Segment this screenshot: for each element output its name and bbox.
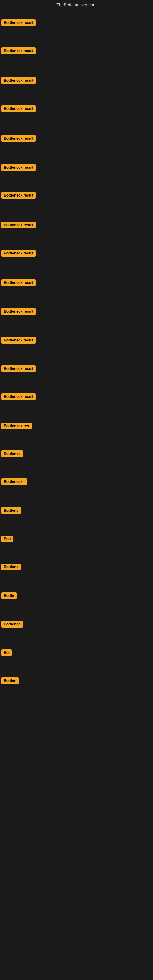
text-cursor [1,851,1,857]
bottleneck-result-row: Bottleneck result [0,335,153,345]
bottleneck-badge[interactable]: Bottleneck result [1,135,36,142]
bottleneck-badge[interactable]: Bottlene [1,563,21,570]
bottleneck-result-row: Bottlene [0,505,153,516]
bottleneck-badge[interactable]: Bottleneck result [1,164,36,171]
bottleneck-result-row: Bottleneck result [0,306,153,317]
bottleneck-badge[interactable]: Bottleneck result [1,222,36,229]
bottleneck-result-row: Bottlenec [0,619,153,629]
bottleneck-badge[interactable]: Bottleneck result [1,365,36,372]
bottleneck-result-row: Bottleneck result [0,248,153,258]
bottleneck-result-row: Bottleneck result [0,162,153,173]
bottleneck-result-row: Bottleneck result [0,190,153,200]
bottleneck-result-row: Bottleneck result [0,364,153,374]
bottleneck-result-row: Bottlenec [0,449,153,459]
bottleneck-result-row: Bottleneck result [0,277,153,288]
bottleneck-result-row: Bottleneck res [0,421,153,431]
bottleneck-badge[interactable]: Bottleneck result [1,393,36,400]
bottleneck-badge[interactable]: Bottlenec [1,621,23,627]
bottleneck-result-row: Bottleneck r [0,477,153,487]
bottleneck-result-row: Bottle [0,590,153,601]
bottleneck-result-row: Bottleneck result [0,103,153,114]
bottleneck-badge[interactable]: Bottleneck result [1,337,36,344]
bottleneck-result-row: Bottleneck result [0,46,153,56]
bottleneck-badge[interactable]: Bottleneck r [1,478,27,485]
bottleneck-result-row: Bottleneck result [0,75,153,86]
bottleneck-badge[interactable]: Bottlen [1,678,19,684]
bottleneck-badge[interactable]: Bottleneck result [1,279,36,286]
bottleneck-result-row: Bottleneck result [0,391,153,402]
bottleneck-result-row: Bottlen [0,676,153,686]
bottleneck-badge[interactable]: Bot [1,649,12,656]
bottleneck-badge[interactable]: Bott [1,536,13,542]
bottleneck-badge[interactable]: Bottle [1,592,16,599]
bottleneck-result-row: Bottleneck result [0,133,153,144]
bottleneck-result-row: Bott [0,534,153,544]
bottleneck-result-row: Bottleneck result [0,18,153,28]
bottleneck-result-row: Bottleneck result [0,220,153,230]
bottleneck-badge[interactable]: Bottleneck result [1,250,36,257]
bottleneck-badge[interactable]: Bottleneck result [1,308,36,315]
bottleneck-result-row: Bottlene [0,562,153,572]
bottleneck-badge[interactable]: Bottleneck result [1,192,36,199]
site-header: TheBottlenecker.com [0,0,153,9]
bottleneck-badge[interactable]: Bottleneck result [1,19,36,26]
bottleneck-badge[interactable]: Bottleneck result [1,48,36,54]
bottleneck-result-row: Bot [0,648,153,658]
bottleneck-badge[interactable]: Bottleneck res [1,423,32,430]
bottleneck-badge[interactable]: Bottleneck result [1,105,36,112]
bottleneck-badge[interactable]: Bottleneck result [1,77,36,84]
bottleneck-badge[interactable]: Bottlenec [1,450,23,457]
bottleneck-badge[interactable]: Bottlene [1,507,21,514]
